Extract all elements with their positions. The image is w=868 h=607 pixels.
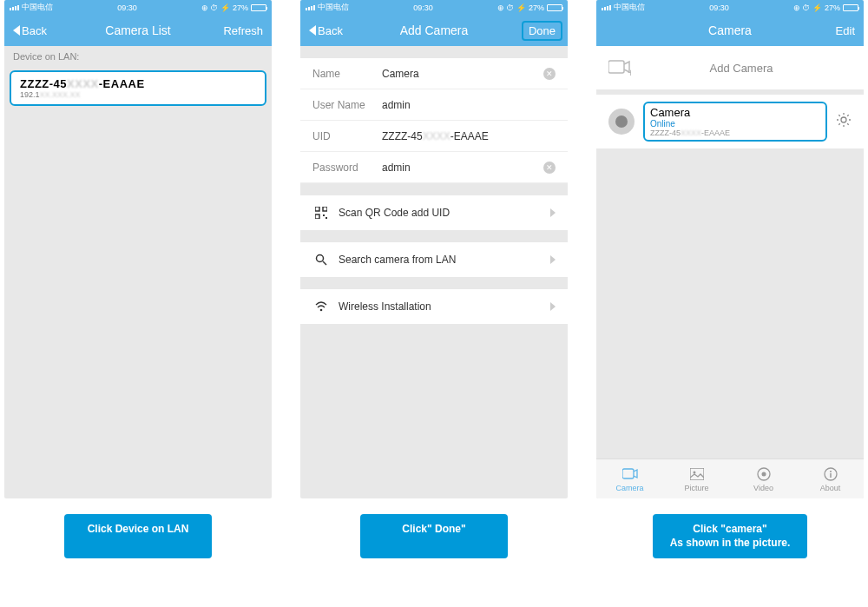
nav-bar: Back Add Camera Done: [300, 15, 568, 46]
wifi-icon: [312, 300, 330, 313]
page-title: Camera List: [105, 23, 170, 37]
indicators: ⊕ ⏱ ⚡: [201, 3, 230, 12]
chevron-left-icon: [13, 25, 20, 36]
battery-percent: 27%: [825, 3, 840, 12]
svg-rect-2: [315, 214, 319, 219]
screen-add-camera: 中国电信 09:30 ⊕ ⏱ ⚡ 27% Back Add Camera Don…: [300, 0, 568, 498]
clear-icon[interactable]: ✕: [543, 68, 556, 80]
nav-bar: Back Camera List Refresh: [4, 15, 272, 46]
tab-bar: Camera Picture Video About: [596, 459, 864, 498]
battery-icon: [547, 4, 562, 11]
screen-camera-list: 中国电信 09:30 ⊕ ⏱ ⚡ 27% Back Camera List Re…: [4, 0, 272, 498]
username-label: User Name: [312, 99, 382, 111]
camera-icon: [622, 466, 638, 482]
tab-camera[interactable]: Camera: [596, 459, 663, 498]
add-camera-button[interactable]: + Add Camera: [596, 46, 864, 89]
device-ip: 192.1XX.XXX.XX: [20, 90, 256, 99]
picture-icon: [689, 466, 705, 482]
tab-about[interactable]: About: [797, 459, 864, 498]
clock: 09:30: [709, 3, 729, 12]
scan-qr-button[interactable]: Scan QR Code add UID: [300, 195, 568, 230]
svg-point-10: [841, 117, 846, 122]
nav-bar: Camera Edit: [596, 15, 864, 46]
clock: 09:30: [117, 3, 137, 12]
section-label: Device on LAN:: [4, 46, 272, 67]
battery-percent: 27%: [233, 3, 248, 12]
svg-point-15: [761, 472, 766, 476]
password-field-row[interactable]: Password admin ✕: [300, 152, 568, 183]
chevron-right-icon: [550, 208, 556, 217]
username-value[interactable]: admin: [382, 99, 556, 111]
caption-2: Click" Done": [360, 514, 508, 558]
password-label: Password: [312, 162, 382, 174]
signal-icon: [10, 5, 19, 10]
info-icon: [823, 466, 838, 482]
svg-line-6: [323, 261, 326, 265]
gear-icon[interactable]: [836, 112, 852, 131]
svg-rect-0: [315, 207, 319, 211]
add-camera-icon: +: [608, 59, 631, 76]
battery-percent: 27%: [529, 3, 544, 12]
svg-rect-3: [323, 214, 325, 216]
svg-rect-1: [323, 207, 327, 211]
search-icon: [312, 254, 330, 266]
chevron-right-icon: [550, 302, 556, 311]
name-value[interactable]: Camera: [382, 68, 543, 80]
camera-thumb-icon: [608, 109, 635, 135]
carrier-label: 中国电信: [614, 2, 645, 13]
camera-name: Camera: [650, 106, 820, 119]
clock: 09:30: [413, 3, 433, 12]
password-value[interactable]: admin: [382, 162, 543, 174]
device-uid: ZZZZ-45XXXX-EAAAE: [20, 77, 256, 90]
svg-point-17: [830, 471, 832, 472]
tab-picture[interactable]: Picture: [663, 459, 730, 498]
back-button[interactable]: Back: [309, 24, 343, 37]
search-lan-button[interactable]: Search camera from LAN: [300, 242, 568, 277]
carrier-label: 中国电信: [22, 2, 53, 13]
svg-point-13: [693, 471, 695, 473]
signal-icon: [306, 5, 315, 10]
svg-rect-4: [326, 217, 327, 219]
name-field-row[interactable]: Name Camera ✕: [300, 58, 568, 89]
page-title: Camera: [708, 23, 752, 37]
indicators: ⊕ ⏱ ⚡: [497, 3, 526, 12]
chevron-left-icon: [309, 25, 316, 36]
wireless-install-button[interactable]: Wireless Installation: [300, 289, 568, 324]
edit-button[interactable]: Edit: [836, 24, 855, 37]
status-bar: 中国电信 09:30 ⊕ ⏱ ⚡ 27%: [596, 0, 864, 15]
video-icon: [756, 466, 772, 482]
chevron-right-icon: [550, 255, 556, 264]
status-bar: 中国电信 09:30 ⊕ ⏱ ⚡ 27%: [4, 0, 272, 15]
uid-field-row[interactable]: UID ZZZZ-45XXXX-EAAAE: [300, 121, 568, 152]
uid-label: UID: [312, 130, 382, 142]
back-button[interactable]: Back: [13, 24, 47, 37]
name-label: Name: [312, 68, 382, 80]
carrier-label: 中国电信: [318, 2, 349, 13]
tab-video[interactable]: Video: [730, 459, 797, 498]
caption-1: Click Device on LAN: [64, 514, 212, 558]
clear-icon[interactable]: ✕: [543, 162, 556, 174]
screen-camera: 中国电信 09:30 ⊕ ⏱ ⚡ 27% Camera Edit + Add C…: [596, 0, 864, 498]
battery-icon: [251, 4, 266, 11]
qr-icon: [312, 207, 330, 219]
svg-rect-12: [690, 468, 704, 480]
caption-3: Click "camera"As shown in the picture.: [653, 514, 808, 558]
page-title: Add Camera: [400, 23, 469, 37]
svg-point-7: [320, 309, 323, 312]
battery-icon: [843, 4, 858, 11]
svg-rect-11: [622, 469, 634, 478]
lan-device-item[interactable]: ZZZZ-45XXXX-EAAAE 192.1XX.XXX.XX: [10, 70, 266, 106]
svg-rect-8: [608, 61, 624, 73]
svg-point-5: [317, 255, 324, 262]
uid-value[interactable]: ZZZZ-45XXXX-EAAAE: [382, 130, 556, 142]
signal-icon: [602, 5, 611, 10]
refresh-button[interactable]: Refresh: [223, 24, 263, 37]
done-button[interactable]: Done: [522, 21, 562, 41]
camera-list-item[interactable]: Camera Online ZZZZ-45XXXX-EAAAE: [596, 95, 864, 148]
indicators: ⊕ ⏱ ⚡: [793, 3, 822, 12]
camera-uid: ZZZZ-45XXXX-EAAAE: [650, 129, 820, 137]
status-bar: 中国电信 09:30 ⊕ ⏱ ⚡ 27%: [300, 0, 568, 15]
camera-status: Online: [650, 119, 820, 129]
username-field-row[interactable]: User Name admin: [300, 89, 568, 121]
